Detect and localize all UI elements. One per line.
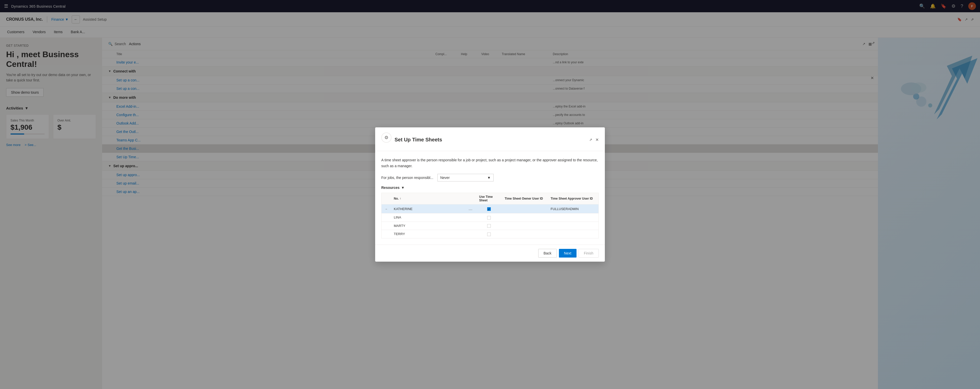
row-arrow-icon: → (385, 207, 388, 211)
approver-id-cell (548, 214, 599, 222)
close-modal-icon[interactable]: ✕ (595, 137, 599, 142)
next-button[interactable]: Next (559, 249, 576, 258)
resources-header[interactable]: Resources ▼ (381, 186, 599, 190)
checkbox-unchecked[interactable] (487, 233, 491, 236)
modal-description: A time sheet approver is the person resp… (381, 157, 599, 169)
approver-id-cell (548, 222, 599, 230)
owner-id-cell (502, 214, 548, 222)
owner-id-cell (502, 222, 548, 230)
modal-title: Set Up Time Sheets (395, 137, 586, 143)
modal-body: A time sheet approver is the person resp… (375, 151, 605, 244)
resource-row[interactable]: LINA (382, 214, 599, 222)
col-dots (466, 193, 476, 204)
back-button[interactable]: Back (538, 249, 557, 258)
use-time-sheet-cell[interactable]: ✓ (476, 204, 502, 214)
modal-dialog: ⚙ Set Up Time Sheets ⇗ ✕ A time sheet ap… (375, 128, 605, 261)
use-time-sheet-cell[interactable] (476, 214, 502, 222)
resource-row[interactable]: → KATHERINE … ✓ FULLUSERADMIN (382, 204, 599, 214)
col-approver-id[interactable]: Time Sheet Approver User ID (548, 193, 599, 204)
expand-modal-icon[interactable]: ⇗ (589, 137, 592, 142)
jobs-label: For jobs, the person responsibl... (381, 175, 433, 180)
modal-overlay[interactable]: ⚙ Set Up Time Sheets ⇗ ✕ A time sheet ap… (0, 0, 980, 389)
jobs-dropdown[interactable]: Never ▼ (438, 174, 493, 182)
chevron-down-icon: ▼ (401, 186, 405, 190)
jobs-form-row: For jobs, the person responsibl... Never… (381, 174, 599, 182)
owner-id-cell (502, 230, 548, 238)
col-use-time-sheet[interactable]: Use Time Sheet (476, 193, 502, 204)
col-arrow (382, 193, 391, 204)
jobs-value: Never (440, 175, 450, 180)
col-no[interactable]: No. ↑ (391, 193, 466, 204)
chevron-down-icon: ▼ (487, 175, 491, 180)
checkbox-unchecked[interactable] (487, 224, 491, 228)
resources-section: Resources ▼ No. ↑ Use Time Sheet Time Sh… (381, 186, 599, 238)
resource-no: MARTY (391, 222, 466, 230)
resources-label: Resources (381, 186, 400, 190)
use-time-sheet-cell[interactable] (476, 222, 502, 230)
gear-icon: ⚙ (384, 135, 388, 140)
settings-icon-circle: ⚙ (381, 132, 391, 143)
use-time-sheet-cell[interactable] (476, 230, 502, 238)
finish-button[interactable]: Finish (579, 249, 599, 258)
approver-id-cell (548, 230, 599, 238)
row-dots-icon[interactable]: … (469, 207, 473, 211)
modal-footer: Back Next Finish (375, 244, 605, 261)
resource-no: LINA (391, 214, 466, 222)
owner-id-cell (502, 204, 548, 214)
modal-header: ⚙ Set Up Time Sheets ⇗ ✕ (375, 128, 605, 151)
modal-header-icons: ⇗ ✕ (589, 137, 599, 142)
checkbox-checked[interactable]: ✓ (487, 207, 491, 211)
resources-table: No. ↑ Use Time Sheet Time Sheet Owner Us… (381, 193, 599, 238)
resource-no: TERRY (391, 230, 466, 238)
resource-no: KATHERINE (391, 204, 466, 214)
approver-id-cell: FULLUSERADMIN (548, 204, 599, 214)
resource-row[interactable]: MARTY (382, 222, 599, 230)
checkbox-unchecked[interactable] (487, 216, 491, 220)
resource-row[interactable]: TERRY (382, 230, 599, 238)
col-owner-id[interactable]: Time Sheet Owner User ID (502, 193, 548, 204)
